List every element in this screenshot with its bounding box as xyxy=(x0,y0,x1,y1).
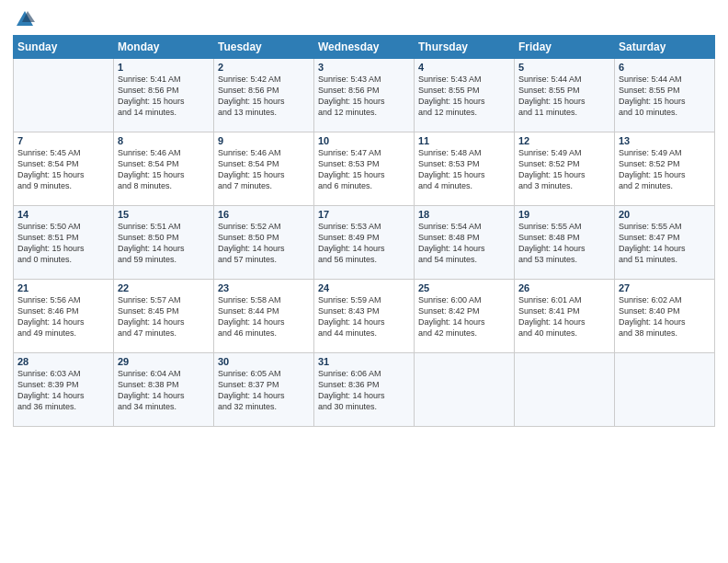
day-number: 12 xyxy=(518,135,610,146)
cell-content: Sunrise: 5:53 AM Sunset: 8:49 PM Dayligh… xyxy=(318,221,410,266)
header-tuesday: Tuesday xyxy=(214,36,314,59)
cell-content: Sunrise: 5:47 AM Sunset: 8:53 PM Dayligh… xyxy=(318,147,410,192)
day-number: 30 xyxy=(218,356,310,367)
calendar-cell: 12Sunrise: 5:49 AM Sunset: 8:52 PM Dayli… xyxy=(515,132,615,206)
day-number: 3 xyxy=(318,62,410,73)
cell-content: Sunrise: 5:51 AM Sunset: 8:50 PM Dayligh… xyxy=(118,221,210,266)
calendar-cell: 23Sunrise: 5:58 AM Sunset: 8:44 PM Dayli… xyxy=(214,280,314,353)
calendar-cell xyxy=(515,353,615,427)
cell-content: Sunrise: 5:49 AM Sunset: 8:52 PM Dayligh… xyxy=(518,147,610,192)
cell-content: Sunrise: 5:55 AM Sunset: 8:48 PM Dayligh… xyxy=(518,221,610,266)
calendar-cell: 20Sunrise: 5:55 AM Sunset: 8:47 PM Dayli… xyxy=(615,206,715,280)
calendar-cell xyxy=(14,59,114,132)
day-number: 28 xyxy=(17,356,109,367)
cell-content: Sunrise: 5:49 AM Sunset: 8:52 PM Dayligh… xyxy=(619,147,711,192)
calendar-cell: 16Sunrise: 5:52 AM Sunset: 8:50 PM Dayli… xyxy=(214,206,314,280)
cell-content: Sunrise: 5:42 AM Sunset: 8:56 PM Dayligh… xyxy=(218,74,310,119)
day-number: 11 xyxy=(418,135,510,146)
calendar-cell: 9Sunrise: 5:46 AM Sunset: 8:54 PM Daylig… xyxy=(214,132,314,206)
cell-content: Sunrise: 5:59 AM Sunset: 8:43 PM Dayligh… xyxy=(318,294,410,339)
calendar-cell: 13Sunrise: 5:49 AM Sunset: 8:52 PM Dayli… xyxy=(615,132,715,206)
calendar-cell: 1Sunrise: 5:41 AM Sunset: 8:56 PM Daylig… xyxy=(114,59,214,132)
header-saturday: Saturday xyxy=(615,36,715,59)
cell-content: Sunrise: 5:56 AM Sunset: 8:46 PM Dayligh… xyxy=(17,294,109,339)
header-wednesday: Wednesday xyxy=(314,36,415,59)
calendar-cell: 22Sunrise: 5:57 AM Sunset: 8:45 PM Dayli… xyxy=(114,280,214,353)
day-number: 5 xyxy=(518,62,610,73)
calendar-cell: 10Sunrise: 5:47 AM Sunset: 8:53 PM Dayli… xyxy=(314,132,415,206)
day-number: 23 xyxy=(218,282,310,293)
day-number: 16 xyxy=(218,209,310,220)
calendar-cell xyxy=(615,353,715,427)
calendar-cell: 27Sunrise: 6:02 AM Sunset: 8:40 PM Dayli… xyxy=(615,280,715,353)
day-number: 1 xyxy=(118,62,210,73)
calendar-cell: 31Sunrise: 6:06 AM Sunset: 8:36 PM Dayli… xyxy=(314,353,415,427)
calendar-cell: 21Sunrise: 5:56 AM Sunset: 8:46 PM Dayli… xyxy=(14,280,114,353)
calendar-cell: 28Sunrise: 6:03 AM Sunset: 8:39 PM Dayli… xyxy=(14,353,114,427)
calendar-cell: 25Sunrise: 6:00 AM Sunset: 8:42 PM Dayli… xyxy=(415,280,515,353)
day-number: 25 xyxy=(418,282,510,293)
calendar-cell: 3Sunrise: 5:43 AM Sunset: 8:56 PM Daylig… xyxy=(314,59,415,132)
calendar-week-row: 7Sunrise: 5:45 AM Sunset: 8:54 PM Daylig… xyxy=(14,132,715,206)
calendar-cell: 24Sunrise: 5:59 AM Sunset: 8:43 PM Dayli… xyxy=(314,280,415,353)
day-number: 14 xyxy=(17,209,109,220)
calendar-week-row: 28Sunrise: 6:03 AM Sunset: 8:39 PM Dayli… xyxy=(14,353,715,427)
calendar-cell: 26Sunrise: 6:01 AM Sunset: 8:41 PM Dayli… xyxy=(515,280,615,353)
cell-content: Sunrise: 5:44 AM Sunset: 8:55 PM Dayligh… xyxy=(518,74,610,119)
day-number: 17 xyxy=(318,209,410,220)
header-monday: Monday xyxy=(114,36,214,59)
calendar-header-row: SundayMondayTuesdayWednesdayThursdayFrid… xyxy=(14,36,715,59)
cell-content: Sunrise: 6:03 AM Sunset: 8:39 PM Dayligh… xyxy=(17,368,109,413)
cell-content: Sunrise: 5:48 AM Sunset: 8:53 PM Dayligh… xyxy=(418,147,510,192)
day-number: 19 xyxy=(518,209,610,220)
cell-content: Sunrise: 6:06 AM Sunset: 8:36 PM Dayligh… xyxy=(318,368,410,413)
day-number: 7 xyxy=(17,135,109,146)
cell-content: Sunrise: 5:57 AM Sunset: 8:45 PM Dayligh… xyxy=(118,294,210,339)
calendar-cell: 5Sunrise: 5:44 AM Sunset: 8:55 PM Daylig… xyxy=(515,59,615,132)
day-number: 4 xyxy=(418,62,510,73)
calendar-table: SundayMondayTuesdayWednesdayThursdayFrid… xyxy=(13,35,715,427)
cell-content: Sunrise: 6:01 AM Sunset: 8:41 PM Dayligh… xyxy=(518,294,610,339)
header xyxy=(13,9,715,29)
calendar-cell: 29Sunrise: 6:04 AM Sunset: 8:38 PM Dayli… xyxy=(114,353,214,427)
day-number: 22 xyxy=(118,282,210,293)
day-number: 24 xyxy=(318,282,410,293)
calendar-cell xyxy=(415,353,515,427)
calendar-cell: 14Sunrise: 5:50 AM Sunset: 8:51 PM Dayli… xyxy=(14,206,114,280)
day-number: 18 xyxy=(418,209,510,220)
calendar-week-row: 14Sunrise: 5:50 AM Sunset: 8:51 PM Dayli… xyxy=(14,206,715,280)
header-friday: Friday xyxy=(515,36,615,59)
cell-content: Sunrise: 5:55 AM Sunset: 8:47 PM Dayligh… xyxy=(619,221,711,266)
cell-content: Sunrise: 6:05 AM Sunset: 8:37 PM Dayligh… xyxy=(218,368,310,413)
calendar-cell: 8Sunrise: 5:46 AM Sunset: 8:54 PM Daylig… xyxy=(114,132,214,206)
calendar-cell: 4Sunrise: 5:43 AM Sunset: 8:55 PM Daylig… xyxy=(415,59,515,132)
cell-content: Sunrise: 5:58 AM Sunset: 8:44 PM Dayligh… xyxy=(218,294,310,339)
cell-content: Sunrise: 5:46 AM Sunset: 8:54 PM Dayligh… xyxy=(218,147,310,192)
day-number: 8 xyxy=(118,135,210,146)
day-number: 21 xyxy=(17,282,109,293)
calendar-cell: 7Sunrise: 5:45 AM Sunset: 8:54 PM Daylig… xyxy=(14,132,114,206)
cell-content: Sunrise: 5:44 AM Sunset: 8:55 PM Dayligh… xyxy=(619,74,711,119)
cell-content: Sunrise: 5:43 AM Sunset: 8:56 PM Dayligh… xyxy=(318,74,410,119)
cell-content: Sunrise: 5:43 AM Sunset: 8:55 PM Dayligh… xyxy=(418,74,510,119)
cell-content: Sunrise: 5:41 AM Sunset: 8:56 PM Dayligh… xyxy=(118,74,210,119)
calendar-cell: 18Sunrise: 5:54 AM Sunset: 8:48 PM Dayli… xyxy=(415,206,515,280)
calendar-cell: 6Sunrise: 5:44 AM Sunset: 8:55 PM Daylig… xyxy=(615,59,715,132)
day-number: 13 xyxy=(619,135,711,146)
day-number: 27 xyxy=(619,282,711,293)
cell-content: Sunrise: 5:46 AM Sunset: 8:54 PM Dayligh… xyxy=(118,147,210,192)
cell-content: Sunrise: 5:45 AM Sunset: 8:54 PM Dayligh… xyxy=(17,147,109,192)
day-number: 26 xyxy=(518,282,610,293)
day-number: 9 xyxy=(218,135,310,146)
day-number: 20 xyxy=(619,209,711,220)
cell-content: Sunrise: 5:54 AM Sunset: 8:48 PM Dayligh… xyxy=(418,221,510,266)
calendar-cell: 30Sunrise: 6:05 AM Sunset: 8:37 PM Dayli… xyxy=(214,353,314,427)
page-container: SundayMondayTuesdayWednesdayThursdayFrid… xyxy=(0,0,728,434)
day-number: 15 xyxy=(118,209,210,220)
cell-content: Sunrise: 6:00 AM Sunset: 8:42 PM Dayligh… xyxy=(418,294,510,339)
logo xyxy=(13,9,35,29)
calendar-cell: 11Sunrise: 5:48 AM Sunset: 8:53 PM Dayli… xyxy=(415,132,515,206)
header-thursday: Thursday xyxy=(415,36,515,59)
logo-icon xyxy=(15,9,35,29)
cell-content: Sunrise: 6:04 AM Sunset: 8:38 PM Dayligh… xyxy=(118,368,210,413)
